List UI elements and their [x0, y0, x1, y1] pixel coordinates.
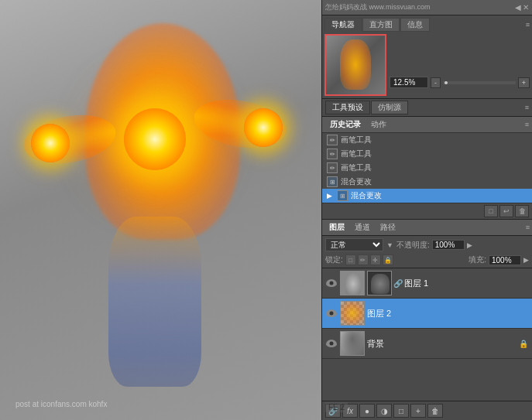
eye-icon-2: [326, 309, 337, 317]
tab-clone-source[interactable]: 仿制源: [371, 101, 408, 114]
history-item-label: 画笔工具: [341, 162, 372, 173]
layer-vis-2[interactable]: [325, 307, 338, 319]
nav-tabs: 导航器 直方图 信息 ≡: [324, 18, 530, 32]
tool-presets-section: 工具预设 仿制源 ≡: [322, 99, 532, 117]
opacity-input[interactable]: [432, 240, 465, 250]
history-item[interactable]: ⊞ 混合更改: [322, 175, 532, 189]
section-tabs: 工具预设 仿制源 ≡: [325, 101, 529, 114]
layer-new-btn[interactable]: +: [410, 404, 426, 418]
history-item[interactable]: ✏ 画笔工具: [322, 133, 532, 147]
layer-lock-bg: 🔒: [518, 338, 529, 349]
history-item-active[interactable]: ▶ ⊞ 混合更改: [322, 189, 532, 203]
brush-icon-1: ✏: [327, 135, 338, 145]
history-item-label: 画笔工具: [341, 135, 372, 145]
glow-orb-center: [124, 108, 186, 170]
history-header: 历史记录 动作 ≡: [322, 117, 532, 133]
site-label: 怎给妈妈改战 www.missvuan.com: [325, 2, 513, 12]
layers-menu-btn[interactable]: ≡: [526, 224, 530, 231]
layer-group-btn[interactable]: □: [393, 404, 409, 418]
layers-section: 图层 通道 路径 ≡ 正常 ▼ 不透明度: ▶ 锁定: □ ✏ ✛ 🔒: [322, 220, 532, 420]
fe2-label: FE 2: [325, 402, 348, 412]
history-footer: □ ↩ 🗑: [322, 203, 532, 219]
canvas-area: post at iconfans.com kohfx: [0, 0, 321, 420]
navigator-section: 导航器 直方图 信息 ≡ - +: [322, 15, 532, 99]
layer-item-1[interactable]: 🔗 图层 1: [322, 268, 532, 299]
opacity-arrow[interactable]: ▶: [467, 241, 472, 249]
zoom-input[interactable]: [390, 77, 428, 88]
layer-thumb-2: [340, 301, 365, 326]
layers-controls: 正常 ▼ 不透明度: ▶ 锁定: □ ✏ ✛ 🔒 填充: ▶: [322, 236, 532, 268]
layer-vis-1[interactable]: [325, 277, 338, 289]
tool-presets-menu-btn[interactable]: ≡: [525, 104, 529, 111]
layer-item-2[interactable]: 图层 2: [322, 299, 532, 329]
history-menu-btn[interactable]: ≡: [525, 121, 529, 128]
lock-icons: □ ✏ ✛ 🔒: [345, 254, 393, 265]
glow-orb-right: [244, 108, 283, 147]
opacity-row: 不透明度: ▶: [396, 240, 472, 251]
fill-arrow[interactable]: ▶: [523, 256, 529, 264]
fill-row: 填充: ▶: [469, 254, 529, 265]
top-bar: 怎给妈妈改战 www.missvuan.com ◀ ✕: [322, 0, 532, 15]
history-delete-btn[interactable]: 🗑: [515, 205, 529, 217]
navigator-menu-btn[interactable]: ≡: [526, 21, 530, 29]
figure-glow: [23, 15, 287, 410]
history-tabs: 历史记录 动作: [325, 118, 391, 131]
nav-preview-area: - +: [324, 34, 530, 96]
layer-name-1: 图层 1: [404, 278, 529, 289]
history-item[interactable]: ✏ 画笔工具: [322, 161, 532, 175]
brush-icon-3: ✏: [327, 162, 338, 173]
lock-paint-btn[interactable]: ✏: [358, 254, 369, 265]
glow-body: [70, 23, 240, 394]
merge-icon-2: ⊞: [337, 190, 348, 201]
zoom-out-btn[interactable]: -: [431, 77, 441, 88]
close-top-btn[interactable]: ✕: [523, 3, 529, 12]
layer-adjust-btn[interactable]: ◑: [376, 404, 392, 418]
tab-layers[interactable]: 图层: [324, 221, 349, 234]
tab-paths[interactable]: 路径: [376, 221, 400, 234]
history-new-btn[interactable]: □: [484, 205, 498, 217]
glow-orb-left: [31, 124, 70, 162]
nav-preview-inner: [326, 36, 385, 94]
layers-list: 🔗 图层 1 图层 2 背景: [322, 268, 532, 401]
layers-footer: 🔗 fx ● ◑ □ + 🗑: [322, 401, 532, 420]
tab-info[interactable]: 信息: [400, 18, 430, 32]
lock-move-btn[interactable]: ✛: [370, 254, 381, 265]
tab-histogram[interactable]: 直方图: [362, 18, 400, 32]
fill-input[interactable]: [489, 255, 521, 265]
blend-mode-select[interactable]: 正常: [325, 238, 383, 251]
tab-history[interactable]: 历史记录: [325, 118, 366, 131]
tab-actions[interactable]: 动作: [366, 118, 391, 131]
tab-channels[interactable]: 通道: [350, 221, 375, 234]
layer-item-bg[interactable]: 背景 🔒: [322, 329, 532, 359]
eye-icon-1: [326, 279, 337, 287]
zoom-in-btn[interactable]: +: [518, 77, 530, 88]
nav-figure-mini: [340, 39, 371, 90]
history-list: ✏ 画笔工具 ✏ 画笔工具 ✏ 画笔工具 ⊞ 混合更改 ▶ ⊞ 混合更改: [322, 133, 532, 203]
nav-preview-img: [324, 34, 386, 96]
history-undo-btn[interactable]: ↩: [499, 205, 513, 217]
glow-lower: [108, 217, 201, 387]
layer-mask-btn[interactable]: ●: [359, 404, 375, 418]
lock-all-btn[interactable]: 🔒: [383, 254, 393, 265]
lock-label: 锁定:: [325, 254, 343, 265]
layer-thumb-bg-person: [341, 332, 364, 355]
arrow-icon: ▼: [386, 241, 393, 249]
post-text: post at iconfans.com kohfx: [15, 400, 107, 408]
history-item[interactable]: ✏ 画笔工具: [322, 147, 532, 161]
layer-delete-btn[interactable]: 🗑: [427, 404, 443, 418]
history-section: 历史记录 动作 ≡ ✏ 画笔工具 ✏ 画笔工具 ✏ 画笔工具 ⊞ 混合更改: [322, 117, 532, 220]
eye-icon-bg: [326, 340, 337, 347]
active-indicator: ▶: [327, 192, 332, 200]
opacity-label: 不透明度:: [396, 240, 430, 251]
collapse-btn[interactable]: ◀: [515, 3, 521, 12]
tab-navigator[interactable]: 导航器: [324, 18, 362, 32]
layer-thumb-1: [340, 271, 365, 295]
brush-icon-2: ✏: [327, 149, 338, 159]
layer-thumb-bg: [340, 331, 365, 356]
layers-header: 图层 通道 路径 ≡: [322, 220, 532, 236]
lock-row: 锁定: □ ✏ ✛ 🔒 填充: ▶: [325, 254, 529, 265]
lock-transparent-btn[interactable]: □: [345, 254, 356, 265]
layer-vis-bg[interactable]: [325, 337, 338, 350]
layer-link-1[interactable]: 🔗: [394, 271, 402, 295]
tab-tool-presets[interactable]: 工具预设: [325, 101, 370, 114]
